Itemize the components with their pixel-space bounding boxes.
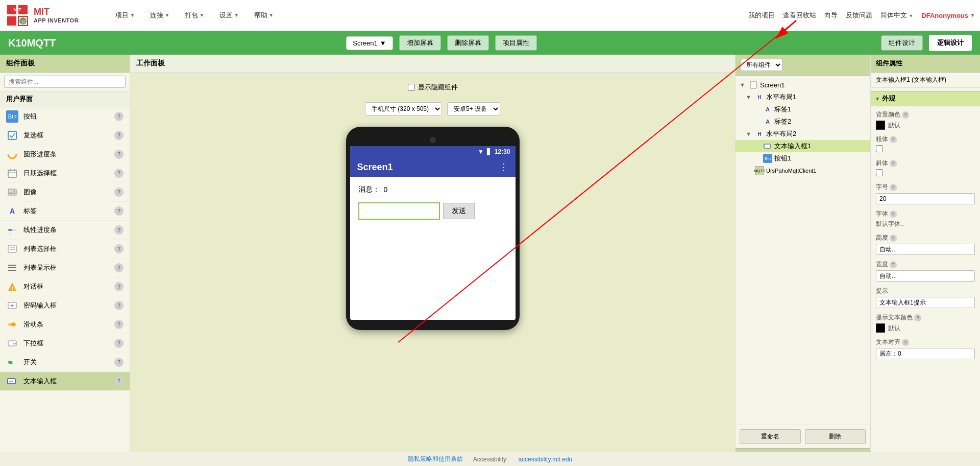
help-icon-dropdown[interactable]: ? [114,339,124,348]
all-components-select[interactable]: 所有组件 [741,59,782,71]
show-hidden-row: 显示隐藏组件 [408,83,458,92]
remove-screen-button[interactable]: 删除屏幕 [447,35,489,51]
svg-rect-39 [750,81,756,88]
comp-item-image[interactable]: 图像 ? [0,183,130,202]
trash-link[interactable]: 查看回收站 [783,11,816,20]
guide-link[interactable]: 向导 [824,11,838,20]
tree-item-screen1[interactable]: ▼ Screen1 [736,79,870,91]
tree-label-label1: 标签1 [774,105,791,114]
comp-item-list-select[interactable]: 列表选择框 ? [0,240,130,259]
workspace-title: 工作面板 [136,59,165,68]
tree-buttons: 重命名 删除 [736,425,870,448]
rename-button[interactable]: 重命名 [740,429,801,444]
screen-selector[interactable]: Screen1 ▼ [346,36,393,50]
phone-title-text: Screen1 [357,162,393,173]
project-properties-button[interactable]: 项目属性 [495,35,537,51]
bold-checkbox[interactable] [876,145,883,152]
comp-item-linear-progress[interactable]: → 线性进度条 ? [0,221,130,240]
add-screen-button[interactable]: 增加屏幕 [399,35,441,51]
prop-fontsize: 字号 ? [876,183,975,204]
feedback-link[interactable]: 反馈问题 [846,11,872,20]
hint-input[interactable] [876,297,975,308]
fontsize-input[interactable] [876,193,975,204]
design-mode-button[interactable]: 组件设计 [881,35,923,51]
comp-item-dialog[interactable]: ! 对话框 ? [0,277,130,296]
help-icon-checkbox[interactable]: ? [114,131,124,140]
help-icon[interactable]: ? [902,111,909,119]
tree-item-textinput1[interactable]: ▼ 文本输入框1 [736,140,870,152]
help-icon-list-display[interactable]: ? [114,263,124,272]
tree-item-mqtt-client[interactable]: ▼ MQTT UrsPahoMqttClient1 [736,165,870,177]
comp-item-datepicker[interactable]: 日期选择框 ? [0,164,130,183]
user-menu[interactable]: DFAnonymous ▼ [921,12,975,19]
tree-item-hlayout2[interactable]: ▼ H 水平布局2 [736,128,870,140]
help-icon-circular-progress[interactable]: ? [114,150,124,159]
phone-text-input[interactable] [358,202,440,220]
tree-item-hlayout1[interactable]: ▼ H 水平布局1 [736,91,870,103]
search-input[interactable] [4,76,126,88]
comp-item-list-display[interactable]: 列表显示框 ? [0,259,130,277]
menu-build[interactable]: 打包▼ [182,9,207,22]
help-icon[interactable]: ? [902,339,909,346]
help-icon[interactable]: ? [890,235,897,242]
logic-mode-button[interactable]: 逻辑设计 [929,35,972,51]
bg-color-value[interactable]: 默认 [876,121,975,130]
menu-connect[interactable]: 连接▼ [147,9,173,22]
send-button[interactable]: 发送 [443,203,475,219]
tree-item-label1[interactable]: ▼ A 标签1 [736,103,870,115]
android-select[interactable]: 安卓5+ 设备 [447,102,500,115]
tree-item-label2[interactable]: ▼ A 标签2 [736,115,870,128]
width-input[interactable] [876,270,975,282]
help-icon[interactable]: ? [890,211,897,218]
help-icon[interactable]: ? [890,136,897,143]
comp-item-switch[interactable]: 开关 ? [0,353,130,372]
help-icon-image[interactable]: ? [114,188,124,197]
help-icon-button[interactable]: ? [114,112,124,121]
phone-area: 显示隐藏组件 手机尺寸 (320 x 505) 安卓5+ 设备 ▼ [346,83,520,330]
help-icon-linear-progress[interactable]: ? [114,225,124,235]
bg-color-text: 默认 [888,121,900,130]
help-icon-label[interactable]: ? [114,206,124,216]
help-icon-list-select[interactable]: ? [114,244,124,253]
accessibility-label: Accessibility: [473,456,508,463]
help-icon-textinput[interactable]: ? [114,377,124,386]
help-icon[interactable]: ? [914,314,921,321]
comp-item-label[interactable]: A 标签 ? [0,202,130,221]
comp-item-slider[interactable]: 滑动条 ? [0,315,130,334]
accessibility-link[interactable]: accessibility.mit.edu [518,456,572,463]
language-selector[interactable]: 简体中文 ▼ [880,11,914,20]
help-icon[interactable]: ? [890,160,897,167]
comp-item-dropdown[interactable]: 下拉框 ? [0,334,130,353]
delete-button[interactable]: 删除 [805,429,866,444]
comp-item-textinput[interactable]: 文本输入框 ? [0,372,130,391]
menu-help[interactable]: 帮助▼ [251,9,277,22]
help-icon[interactable]: ? [890,261,897,268]
comp-item-button[interactable]: Btn 按钮 ? [0,107,130,126]
help-icon-datepicker[interactable]: ? [114,169,124,178]
comp-item-circular-progress[interactable]: 圆形进度条 ? [0,145,130,164]
tree-item-button1[interactable]: ▼ Btn 按钮1 [736,152,870,165]
expand-icon: ▼ [746,94,753,100]
help-icon-dialog[interactable]: ? [114,282,124,291]
show-hidden-checkbox[interactable] [408,84,415,91]
menu-settings[interactable]: 设置▼ [216,9,242,22]
menu-project[interactable]: 项目▼ [112,9,138,22]
height-input[interactable] [876,244,975,255]
help-icon[interactable]: ? [890,184,897,191]
hint-color-value[interactable]: 默认 [876,323,975,333]
help-icon-password[interactable]: ? [114,301,124,310]
comp-label-list-display: 列表显示框 [23,263,109,272]
comp-item-password[interactable]: 密码输入框 ? [0,296,130,315]
phone-size-select[interactable]: 手机尺寸 (320 x 505) [365,102,442,115]
svg-point-33 [11,322,15,327]
privacy-link[interactable]: 隐私策略和使用条款 [408,455,463,463]
properties-panel-title: 组件属性 [871,55,980,73]
text-align-input[interactable] [876,348,975,359]
bottom-bar: 隐私策略和使用条款 Accessibility: accessibility.m… [0,452,980,466]
italic-checkbox[interactable] [876,169,883,176]
my-projects-link[interactable]: 我的项目 [748,11,775,20]
help-icon-switch[interactable]: ? [114,358,124,367]
wifi-icon: ▼ [478,148,484,155]
help-icon-slider[interactable]: ? [114,320,124,329]
comp-item-checkbox[interactable]: 复选框 ? [0,126,130,145]
